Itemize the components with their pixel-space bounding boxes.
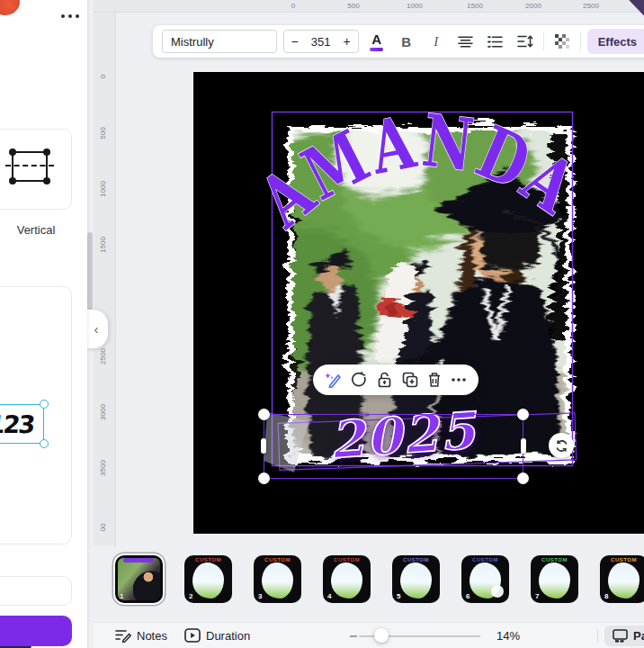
- element-card-vertical[interactable]: [0, 129, 72, 210]
- zoom-slider-thumb[interactable]: [374, 628, 389, 643]
- thumb-custom-label: CUSTOM: [323, 557, 371, 562]
- panel-more-button[interactable]: [61, 14, 79, 18]
- font-size-control: − 351 +: [283, 30, 359, 53]
- text-align-button[interactable]: [454, 30, 478, 53]
- bold-button[interactable]: B: [395, 30, 418, 53]
- text-color-label: A: [371, 32, 381, 47]
- elements-sidebar: Vertical 123 n: [0, 0, 87, 648]
- thumb-frame-art: [400, 562, 432, 598]
- numbers-element-selected[interactable]: 123: [0, 404, 44, 444]
- vertical-ruler: 0 500 1000 1500 2500 3000 3500 00: [94, 13, 116, 545]
- page-number: 1: [120, 592, 123, 600]
- thumb-custom-label: CUSTOM: [254, 557, 301, 562]
- thumb-custom-label: CUSTOM: [600, 557, 644, 562]
- magic-edit-icon[interactable]: [325, 372, 342, 388]
- page-thumbnail-8[interactable]: CUSTOM 8: [600, 555, 644, 603]
- decorative-logo-blob: [0, 0, 20, 15]
- zoom-percent[interactable]: 14%: [496, 629, 520, 643]
- delete-icon[interactable]: [427, 372, 442, 388]
- list-button[interactable]: [484, 30, 507, 53]
- horizontal-ruler: 0 500 1000 1500 2000 2500 3000 3500: [94, 0, 644, 13]
- resize-handle-sw[interactable]: [258, 472, 270, 484]
- element-context-toolbar: [313, 364, 479, 395]
- ruler-tick: 0: [99, 75, 107, 78]
- italic-button[interactable]: I: [425, 30, 448, 53]
- notes-label: Notes: [137, 629, 167, 643]
- page-number: 2: [189, 592, 192, 600]
- page-thumbnail-1[interactable]: 1: [115, 555, 163, 603]
- sidebar-cta-button[interactable]: n: [0, 616, 72, 646]
- duplicate-icon[interactable]: [402, 372, 418, 388]
- pages-icon: [613, 629, 628, 643]
- resize-handle-se[interactable]: [517, 472, 529, 484]
- duration-icon: [184, 628, 201, 643]
- ruler-tick: 2000: [525, 2, 541, 10]
- page-thumbnail-6[interactable]: CUSTOM 6: [461, 555, 509, 603]
- duration-button[interactable]: Duration: [184, 628, 250, 643]
- vertical-frame-icon: [12, 151, 48, 182]
- element-label-vertical: Vertical: [0, 223, 72, 237]
- page-thumbnail-4[interactable]: CUSTOM 4: [323, 555, 371, 603]
- thumb-photo-art: [118, 558, 160, 600]
- resize-handle-w[interactable]: [261, 438, 266, 454]
- list-icon: [487, 36, 503, 48]
- ruler-tick: 00: [99, 524, 107, 532]
- ruler-tick: 0: [291, 2, 295, 10]
- ruler-tick: 500: [347, 2, 359, 10]
- ruler-tick: 3500: [99, 460, 107, 476]
- text-color-button[interactable]: A: [365, 30, 389, 53]
- page-number: 6: [466, 592, 470, 600]
- font-size-value[interactable]: 351: [306, 35, 336, 49]
- ruler-tick: 3000: [99, 404, 107, 420]
- pages-label: Pages: [633, 629, 644, 643]
- page-number: 5: [397, 592, 400, 600]
- ruler-tick: 1000: [99, 181, 107, 197]
- ruler-tick: 500: [99, 127, 107, 139]
- effects-button[interactable]: Effects: [587, 29, 644, 54]
- page-thumbnail-5[interactable]: CUSTOM 5: [392, 555, 440, 603]
- font-size-decrease-button[interactable]: −: [284, 34, 306, 49]
- font-size-increase-button[interactable]: +: [336, 34, 358, 49]
- sidebar-scrollbar-thumb[interactable]: [87, 232, 93, 311]
- panel-collapse-button[interactable]: ‹: [85, 310, 108, 348]
- page-number: 7: [535, 592, 539, 600]
- selection-box[interactable]: [264, 414, 523, 479]
- canva-editor: 0 500 1000 1500 2000 2500 3000 3500 0 50…: [0, 0, 644, 648]
- thumb-frame-art: [539, 562, 570, 598]
- thumb-custom-label: CUSTOM: [461, 557, 509, 562]
- spacing-button[interactable]: [514, 30, 537, 53]
- page-thumbnail-3[interactable]: CUSTOM 3: [254, 555, 301, 603]
- resize-handle-e[interactable]: [521, 438, 526, 454]
- thumb-title-art: [123, 558, 154, 562]
- element-handle[interactable]: [40, 400, 49, 409]
- ruler-tick: 1000: [407, 2, 423, 10]
- font-family-select[interactable]: Mistrully: [162, 30, 277, 53]
- ruler-tick: 1500: [99, 237, 107, 253]
- more-options-icon[interactable]: [451, 377, 467, 382]
- page-number: 8: [604, 592, 608, 600]
- lock-icon[interactable]: [377, 372, 392, 388]
- transparency-button[interactable]: [550, 30, 574, 53]
- comment-add-icon[interactable]: [351, 372, 368, 388]
- thumb-custom-label: CUSTOM: [392, 557, 440, 562]
- divider: [580, 32, 581, 50]
- thumb-frame-art: [608, 562, 640, 598]
- ruler-tick: 1500: [467, 2, 483, 10]
- element-handle[interactable]: [40, 439, 49, 448]
- page-thumbnail-2[interactable]: CUSTOM 2: [184, 555, 232, 603]
- divider: [543, 32, 544, 50]
- status-bar: Notes Duration 14% Pages: [94, 622, 644, 648]
- text-format-toolbar: Mistrully − 351 + A B I: [153, 25, 644, 58]
- notes-button[interactable]: Notes: [115, 628, 167, 643]
- pages-button[interactable]: Pages: [604, 626, 644, 646]
- element-card-numbers[interactable]: 123: [0, 286, 72, 544]
- thumb-frame-art: [262, 562, 293, 598]
- rotate-handle[interactable]: [549, 433, 574, 458]
- thumb-custom-label: CUSTOM: [531, 557, 578, 562]
- divider: [597, 629, 598, 643]
- resize-handle-ne[interactable]: [517, 409, 529, 420]
- element-card-empty[interactable]: [0, 576, 72, 606]
- ruler-tick: 2500: [99, 348, 107, 364]
- resize-handle-nw[interactable]: [258, 409, 270, 420]
- page-thumbnail-7[interactable]: CUSTOM 7: [531, 555, 578, 603]
